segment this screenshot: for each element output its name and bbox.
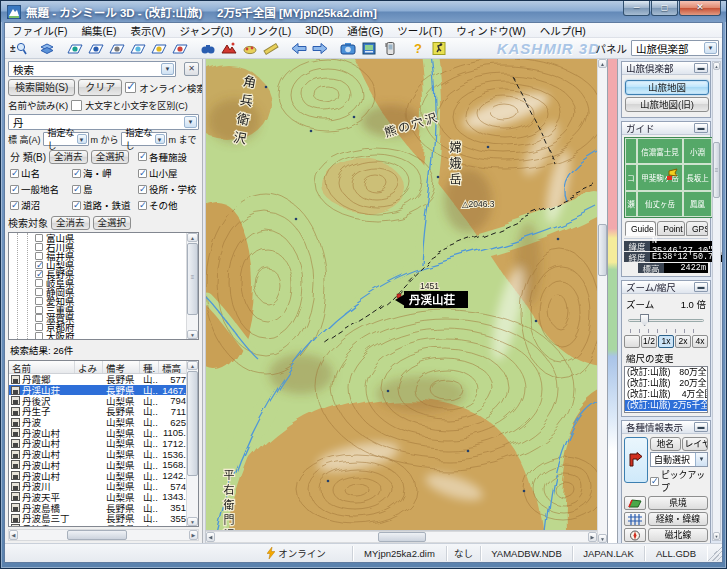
- clear-button[interactable]: クリア: [78, 79, 122, 96]
- scale-option[interactable]: (改訂:山旅) 4万全国: [625, 389, 707, 400]
- checkbox-icon[interactable]: [72, 185, 81, 194]
- yamatabi-map-old-button[interactable]: 山旅地図(旧): [625, 97, 709, 112]
- category-checkbox-item[interactable]: 道路・鉄道: [72, 198, 136, 212]
- panel-mode-combo[interactable]: 検索 ▼: [8, 61, 176, 77]
- tree-scroll-thumb[interactable]: ≡: [187, 243, 198, 315]
- placename-button[interactable]: 地名: [650, 437, 681, 451]
- category-checkbox-item[interactable]: 海・岬: [72, 166, 136, 180]
- checkbox-icon[interactable]: [138, 152, 147, 161]
- prefecture-item[interactable]: 富山県: [9, 234, 186, 243]
- menu-item[interactable]: ジャンプ(J): [172, 23, 239, 38]
- col-name[interactable]: 名前: [9, 361, 75, 373]
- scroll-up-icon[interactable]: ▲: [713, 62, 720, 70]
- menu-item[interactable]: ツール(T): [390, 23, 449, 38]
- search-start-button[interactable]: 検索開始(S): [8, 79, 75, 96]
- selected-place-marker[interactable]: 丹渓山荘: [395, 291, 468, 308]
- table-scroll-thumb[interactable]: [187, 371, 198, 476]
- prefecture-item[interactable]: 大阪府: [9, 332, 186, 340]
- zoom-slider-thumb[interactable]: [640, 314, 649, 326]
- prefecture-item[interactable]: 岐阜県: [9, 278, 186, 287]
- jump-back-icon[interactable]: [288, 39, 309, 57]
- zoom-preset-button[interactable]: 1x: [658, 335, 674, 348]
- scale-option[interactable]: (改訂:山旅) 80万全国: [625, 367, 707, 378]
- map-hscroll-thumb[interactable]: [378, 532, 426, 542]
- target-clear-all-button[interactable]: 全消去: [51, 216, 90, 230]
- tab-gps[interactable]: GPS: [686, 221, 708, 236]
- menu-item[interactable]: リンク(L): [240, 23, 298, 38]
- checkbox-icon[interactable]: [35, 279, 43, 287]
- menu-item[interactable]: 表示(V): [123, 23, 172, 38]
- minimize-section-icon[interactable]: ▬: [694, 123, 708, 133]
- mountain-view-icon[interactable]: [218, 39, 239, 57]
- map-sheet-yellow-icon[interactable]: [148, 39, 169, 57]
- map-hscrollbar[interactable]: ◀ ▶: [206, 531, 597, 543]
- checkbox-icon[interactable]: [138, 169, 147, 178]
- menu-item[interactable]: 編集(E): [74, 23, 123, 38]
- checkbox-icon[interactable]: [10, 169, 19, 178]
- checkbox-icon[interactable]: [35, 252, 43, 260]
- measure-icon[interactable]: [260, 39, 281, 57]
- scroll-down-icon[interactable]: ▼: [187, 517, 198, 526]
- zoom-scale-icon[interactable]: ±: [8, 39, 29, 57]
- search-query-input[interactable]: 丹 ▼: [8, 114, 199, 130]
- menu-item[interactable]: ウィンドウ(W): [449, 23, 532, 38]
- chevron-down-icon[interactable]: ▼: [155, 134, 165, 144]
- class-clear-all-button[interactable]: 全消去: [49, 150, 88, 164]
- checkbox-icon[interactable]: [35, 323, 43, 331]
- auto-select-dropdown[interactable]: 自動選択▼: [650, 452, 708, 467]
- elevation-to-select[interactable]: 指定なし▼: [121, 132, 167, 146]
- checkbox-icon[interactable]: [35, 261, 43, 269]
- close-panel-icon[interactable]: ✕: [184, 62, 199, 76]
- checkbox-icon[interactable]: [35, 306, 43, 314]
- scroll-left-icon[interactable]: ◀: [9, 530, 18, 540]
- result-row[interactable]: 丹波島二丁 長野県 山.. 356: [9, 524, 186, 526]
- checkbox-icon[interactable]: [35, 270, 43, 278]
- scale-option[interactable]: (改訂:山旅) 20万全国: [625, 378, 707, 389]
- table-hscrollbar[interactable]: ◀ ▶: [8, 529, 199, 541]
- table-hscroll-thumb[interactable]: [67, 530, 127, 540]
- graticule-icon[interactable]: [624, 512, 646, 526]
- category-checkbox-item[interactable]: 湖沼: [10, 198, 70, 212]
- checkbox-icon[interactable]: [35, 234, 43, 242]
- category-checkbox-item[interactable]: 山名: [10, 166, 70, 180]
- resize-grip[interactable]: [707, 546, 722, 561]
- prefecture-item[interactable]: 三重県: [9, 305, 186, 314]
- category-checkbox-item[interactable]: 山小屋: [138, 166, 197, 180]
- close-button[interactable]: ✕: [679, 1, 721, 16]
- prefecture-item[interactable]: 静岡県: [9, 287, 186, 296]
- yamatabi-map-button[interactable]: 山旅地図: [625, 80, 709, 95]
- gps-device-icon[interactable]: [379, 39, 400, 57]
- map-canvas[interactable]: 角兵衛沢 熊の穴沢 嫦娥岳 △2046.3 1451 平右衛門沢 丹渓山荘: [206, 59, 597, 531]
- minimize-section-icon[interactable]: ▬: [694, 63, 708, 73]
- chevron-down-icon[interactable]: ▼: [161, 63, 174, 75]
- map-vscrollbar[interactable]: ▲ ▼: [597, 59, 607, 543]
- menu-item[interactable]: 通信(G): [340, 23, 390, 38]
- category-checkbox-item[interactable]: 役所・学校: [138, 182, 197, 196]
- col-elev[interactable]: 標高: [159, 361, 189, 373]
- menu-item[interactable]: ヘルプ(H): [533, 23, 593, 38]
- maximize-button[interactable]: ▢: [651, 1, 678, 16]
- camera-icon[interactable]: [337, 39, 358, 57]
- online-search-checkbox[interactable]: [125, 82, 136, 93]
- tab-point[interactable]: Point: [657, 221, 685, 236]
- case-sensitive-checkbox[interactable]: [71, 100, 82, 111]
- menu-item[interactable]: 3D(D): [298, 24, 340, 36]
- checkbox-icon[interactable]: [650, 477, 659, 486]
- checkbox-icon[interactable]: [35, 297, 43, 305]
- checkbox-icon[interactable]: [10, 201, 19, 210]
- elevation-from-select[interactable]: 指定なし▼: [43, 132, 89, 146]
- col-yomi[interactable]: よみ: [75, 361, 103, 373]
- scroll-up-icon[interactable]: ▲: [598, 59, 607, 68]
- scroll-right-icon[interactable]: ▶: [189, 530, 198, 540]
- minimize-section-icon[interactable]: ▬: [694, 282, 708, 292]
- pickup-arrow-button[interactable]: [624, 437, 648, 483]
- category-checkbox-item[interactable]: 各種施設: [138, 149, 197, 164]
- table-scrollbar[interactable]: ▲ ▼: [186, 361, 198, 526]
- tree-scrollbar[interactable]: ▲ ≡ ▼: [186, 233, 198, 339]
- map-sheet-sky-icon[interactable]: [127, 39, 148, 57]
- zoom-preset-button[interactable]: 2x: [675, 335, 691, 348]
- chevron-down-icon[interactable]: ▼: [77, 134, 87, 144]
- image-viewer-icon[interactable]: [358, 39, 379, 57]
- jump-forward-icon[interactable]: [309, 39, 330, 57]
- map-viewport[interactable]: 角兵衛沢 熊の穴沢 嫦娥岳 △2046.3 1451 平右衛門沢 丹渓山荘: [206, 59, 597, 531]
